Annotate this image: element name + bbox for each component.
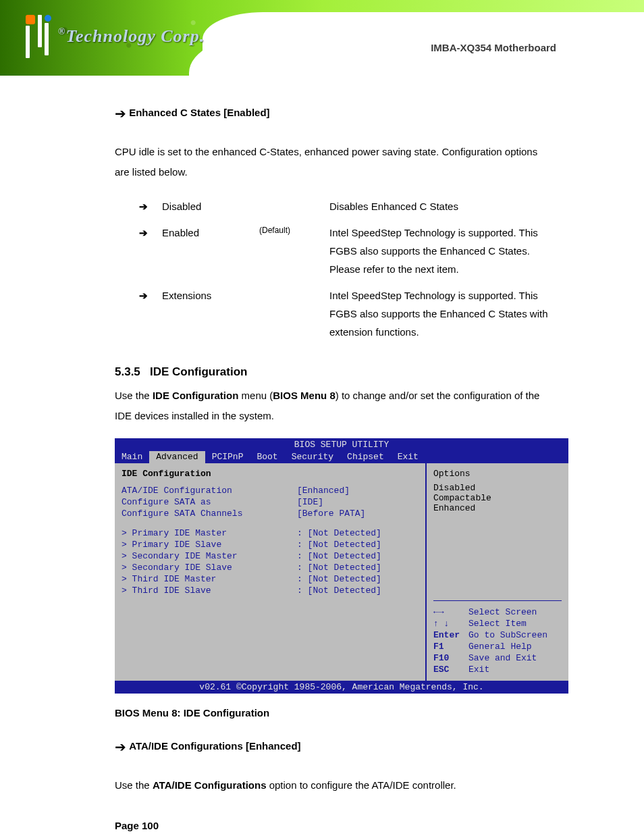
bios-tab-security[interactable]: Security	[285, 451, 340, 463]
bios-drive-row[interactable]: > Primary IDE Master: [Not Detected]	[122, 528, 419, 538]
bios-key-row: ↑ ↓Select Item	[433, 619, 562, 629]
option-row: ➔ Extensions Intel SpeedStep Technology …	[139, 286, 549, 341]
arrow-right-icon: ➔	[115, 100, 126, 127]
bios-key-row: ESCExit	[433, 664, 562, 675]
ata-ide-label: ATA/IDE Configurations [Enhanced]	[129, 740, 300, 752]
arrow-right-icon: ➔	[139, 286, 153, 305]
figure-caption: BIOS Menu 8: IDE Configuration	[115, 707, 549, 719]
bios-key-row: EnterGo to SubScreen	[433, 630, 562, 640]
logo-circle-icon	[45, 15, 51, 22]
bios-tab-pcipnp[interactable]: PCIPnP	[205, 451, 250, 463]
c1e-options: ➔ Disabled Disables Enhanced C States ➔ …	[139, 197, 549, 341]
option-label: Enabled	[162, 224, 250, 242]
bios-drive-row[interactable]: > Third IDE Slave: [Not Detected]	[122, 585, 419, 596]
arrows-ud-icon: ↑ ↓	[433, 619, 463, 629]
option-desc: Intel SpeedStep Technology is supported.…	[329, 224, 549, 278]
header-band: ®Technology Corp. IMBA-XQ354 Motherboard	[0, 0, 644, 76]
ata-ide-text: Use the ATA/IDE Configurations option to…	[115, 775, 549, 796]
arrow-right-icon: ➔	[139, 224, 153, 242]
section-title: IDE Configuration	[150, 365, 247, 378]
arrow-right-icon: ➔	[139, 197, 153, 215]
bios-tab-boot[interactable]: Boot	[250, 451, 284, 463]
section-body: Use the IDE Configuration menu (BIOS Men…	[115, 386, 549, 426]
section-heading: 5.3.5 IDE Configuration	[115, 365, 549, 379]
logo: ®Technology Corp.	[26, 15, 205, 58]
bios-drive-row[interactable]: > Third IDE Master: [Not Detected]	[122, 574, 419, 584]
bios-hint-opt: Compactable	[433, 493, 562, 503]
bios-right-panel: Options Disabled Compactable Enhanced ←→…	[427, 463, 568, 681]
enhanced-c-states-label: Enhanced C States [Enabled]	[129, 107, 269, 118]
bios-tab-advanced[interactable]: Advanced	[149, 451, 205, 463]
page-content: ➔ Enhanced C States [Enabled] CPU idle i…	[0, 76, 644, 831]
bios-tab-exit[interactable]: Exit	[391, 451, 425, 463]
bios-key-row: ←→Select Screen	[433, 607, 562, 617]
bios-panel: BIOS SETUP UTILITY Main Advanced PCIPnP …	[115, 438, 568, 694]
bios-tab-main[interactable]: Main	[115, 451, 149, 463]
bios-title: BIOS SETUP UTILITY	[115, 438, 568, 451]
bios-hint-opt: Disabled	[433, 483, 562, 493]
option-label: Disabled	[162, 197, 250, 215]
option-label: Extensions	[162, 286, 250, 305]
option-desc: Intel SpeedStep Technology is supported.…	[329, 286, 549, 341]
option-desc: Disables Enhanced C States	[329, 197, 549, 215]
bios-drive-row[interactable]: > Secondary IDE Master: [Not Detected]	[122, 551, 419, 561]
bios-config-row[interactable]: Configure SATA Channels[Before PATA]	[122, 509, 419, 519]
bios-config-row[interactable]: ATA/IDE Configuration[Enhanced]	[122, 486, 419, 496]
bios-panel-head: IDE Configuration	[122, 469, 419, 479]
enhanced-c-states-text: CPU idle is set to the enhanced C-States…	[115, 142, 549, 182]
bios-drive-row[interactable]: > Secondary IDE Slave: [Not Detected]	[122, 563, 419, 573]
option-tag: (Default)	[259, 224, 320, 238]
bios-drive-row[interactable]: > Primary IDE Slave: [Not Detected]	[122, 540, 419, 550]
product-title: IMBA-XQ354 Motherboard	[431, 42, 556, 53]
bios-hint-opt: Enhanced	[433, 503, 562, 513]
bios-copyright: v02.61 ©Copyright 1985-2006, American Me…	[115, 681, 568, 694]
logo-square-icon	[26, 15, 35, 24]
bios-hint-title: Options	[433, 469, 562, 479]
logo-text: ®Technology Corp.	[58, 26, 205, 47]
arrow-right-icon: ➔	[115, 733, 126, 760]
option-row: ➔ Enabled (Default) Intel SpeedStep Tech…	[139, 224, 549, 278]
page-number: Page 100	[115, 820, 549, 831]
header-swoop-2	[189, 32, 644, 76]
bios-tabs: Main Advanced PCIPnP Boot Security Chips…	[115, 451, 568, 463]
bios-key-row: F10Save and Exit	[433, 653, 562, 663]
bios-key-row: F1General Help	[433, 642, 562, 652]
bios-config-row[interactable]: Configure SATA as[IDE]	[122, 497, 419, 507]
bios-left-panel: IDE Configuration ATA/IDE Configuration[…	[115, 463, 427, 681]
bios-body: IDE Configuration ATA/IDE Configuration[…	[115, 463, 568, 681]
bios-tab-chipset[interactable]: Chipset	[340, 451, 391, 463]
arrows-lr-icon: ←→	[433, 607, 463, 617]
enhanced-c-states-block: ➔ Enhanced C States [Enabled]	[115, 100, 549, 127]
section-number: 5.3.5	[115, 365, 140, 378]
ata-ide-block: ➔ ATA/IDE Configurations [Enhanced]	[115, 733, 549, 760]
option-row: ➔ Disabled Disables Enhanced C States	[139, 197, 549, 215]
